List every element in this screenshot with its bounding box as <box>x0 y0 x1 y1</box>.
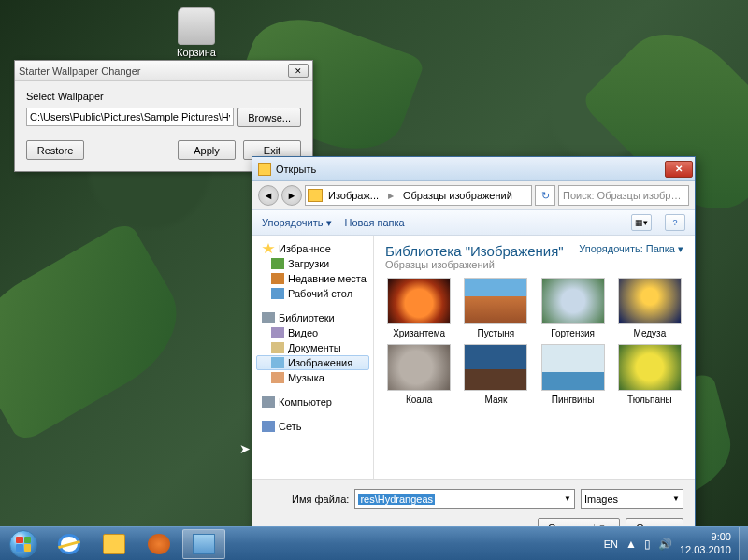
search-placeholder: Поиск: Образцы изображений <box>563 190 684 201</box>
chevron-right-icon[interactable]: ▶ <box>384 192 397 200</box>
download-icon <box>271 258 284 269</box>
document-icon <box>271 342 284 353</box>
close-icon[interactable]: ✕ <box>665 161 693 178</box>
file-content: Библиотека "Изображения" Образцы изображ… <box>374 236 695 479</box>
tree-music[interactable]: Музыка <box>256 370 369 385</box>
organize-menu[interactable]: Упорядочить ▾ <box>262 217 332 229</box>
recycle-bin[interactable]: Корзина <box>168 7 224 58</box>
filename-input[interactable]: res\Hydrangeas ▼ <box>354 489 575 509</box>
windows-logo-icon <box>9 530 37 558</box>
tree-network[interactable]: Сеть <box>256 419 369 434</box>
sort-label: Упорядочить: <box>579 243 643 254</box>
library-title: Библиотека "Изображения" <box>385 243 579 259</box>
chevron-down-icon[interactable]: ▼ <box>564 495 571 503</box>
tray-network-icon[interactable]: ▯ <box>644 538 651 551</box>
dialog-title-text: Открыть <box>276 164 665 175</box>
new-folder-button[interactable]: Новая папка <box>345 217 405 228</box>
thumb-lighthouse[interactable]: Маяк <box>462 344 529 405</box>
tree-video[interactable]: Видео <box>256 325 369 340</box>
language-indicator[interactable]: EN <box>604 538 618 550</box>
view-options-button[interactable]: ▦▾ <box>631 214 652 231</box>
filename-value: res\Hydrangeas <box>358 494 435 505</box>
wallpaper-path-input[interactable] <box>26 108 234 126</box>
changer-window: Starter Wallpaper Changer ✕ Select Wallp… <box>14 60 313 172</box>
tray-volume-icon[interactable]: 🔊 <box>658 538 672 551</box>
thumb-tulips[interactable]: Тюльпаны <box>616 344 683 405</box>
tree-desktop[interactable]: Рабочий стол <box>256 286 369 301</box>
apply-button[interactable]: Apply <box>178 140 236 160</box>
explorer-icon <box>103 534 125 554</box>
crumb-folder[interactable]: Образцы изображений <box>399 190 516 201</box>
tree-computer[interactable]: Компьютер <box>256 395 369 409</box>
show-desktop-button[interactable] <box>739 527 748 561</box>
dialog-titlebar[interactable]: Открыть ✕ <box>252 157 695 181</box>
thumb-desert[interactable]: Пустыня <box>462 278 529 338</box>
clock-time: 9:00 <box>680 531 731 543</box>
close-icon[interactable]: ✕ <box>288 64 309 78</box>
taskbar-app-active[interactable] <box>182 529 225 559</box>
taskbar-explorer[interactable] <box>93 529 136 559</box>
video-icon <box>271 327 284 338</box>
folder-icon <box>258 163 271 176</box>
computer-icon <box>262 396 275 408</box>
clock-date: 12.03.2010 <box>680 544 731 556</box>
restore-button[interactable]: Restore <box>26 140 84 160</box>
app-icon <box>193 534 215 554</box>
forward-button[interactable]: ► <box>281 185 302 206</box>
ie-icon <box>58 534 80 554</box>
tray-flag-icon[interactable]: ▲ <box>626 538 637 551</box>
thumb-koala[interactable]: Коала <box>385 344 453 405</box>
folder-icon <box>308 189 323 202</box>
help-button[interactable]: ? <box>665 214 685 231</box>
taskbar-wmp[interactable] <box>137 529 180 559</box>
filter-value: Images <box>584 494 618 505</box>
filename-label: Имя файла: <box>264 494 349 505</box>
sort-value[interactable]: Папка ▾ <box>646 243 683 254</box>
desktop-icon <box>271 288 284 299</box>
tree-recent[interactable]: Недавние места <box>256 271 369 286</box>
toolbar: Упорядочить ▾ Новая папка ▦▾ ? <box>252 209 695 236</box>
file-filter[interactable]: Images ▼ <box>581 489 683 509</box>
back-button[interactable]: ◄ <box>258 185 279 206</box>
network-icon <box>262 421 275 432</box>
thumb-hydrangea[interactable]: Гортензия <box>539 278 607 338</box>
tree-favorites[interactable]: Избранное <box>256 241 369 256</box>
chevron-down-icon[interactable]: ▼ <box>672 495 680 503</box>
recycle-bin-icon <box>178 7 215 45</box>
thumb-chrysanthemum[interactable]: Хризантема <box>385 278 453 338</box>
library-icon <box>262 312 275 323</box>
crumb-library[interactable]: Изображ... <box>324 190 382 201</box>
image-icon <box>271 357 284 368</box>
tree-downloads[interactable]: Загрузки <box>256 256 369 271</box>
music-icon <box>271 372 284 383</box>
taskbar-ie[interactable] <box>48 529 91 559</box>
thumb-jellyfish[interactable]: Медуза <box>616 278 683 338</box>
nav-tree: Избранное Загрузки Недавние места Рабочи… <box>252 236 374 479</box>
select-wallpaper-label: Select Wallpaper <box>26 91 301 102</box>
recent-icon <box>271 273 284 284</box>
breadcrumb[interactable]: Изображ... ▶ Образцы изображений <box>305 185 532 206</box>
refresh-button[interactable]: ↻ <box>535 185 555 206</box>
recycle-bin-label: Корзина <box>177 47 216 58</box>
tree-images[interactable]: Изображения <box>256 355 369 370</box>
search-input[interactable]: Поиск: Образцы изображений <box>558 185 689 206</box>
browse-button[interactable]: Browse... <box>237 108 301 127</box>
thumb-penguins[interactable]: Пингвины <box>539 344 607 405</box>
wmp-icon <box>148 534 170 554</box>
taskbar: EN ▲ ▯ 🔊 9:00 12.03.2010 <box>0 526 748 560</box>
changer-title-text: Starter Wallpaper Changer <box>19 65 288 77</box>
clock[interactable]: 9:00 12.03.2010 <box>680 531 735 555</box>
open-dialog: Открыть ✕ ◄ ► Изображ... ▶ Образцы изобр… <box>252 156 696 548</box>
library-subtitle: Образцы изображений <box>385 259 579 270</box>
tree-libraries[interactable]: Библиотеки <box>256 310 369 325</box>
tree-documents[interactable]: Документы <box>256 340 369 355</box>
changer-titlebar[interactable]: Starter Wallpaper Changer ✕ <box>15 61 312 81</box>
nav-bar: ◄ ► Изображ... ▶ Образцы изображений ↻ П… <box>252 181 695 209</box>
star-icon <box>262 243 275 254</box>
system-tray: EN ▲ ▯ 🔊 9:00 12.03.2010 <box>600 531 739 555</box>
start-button[interactable] <box>4 529 43 559</box>
